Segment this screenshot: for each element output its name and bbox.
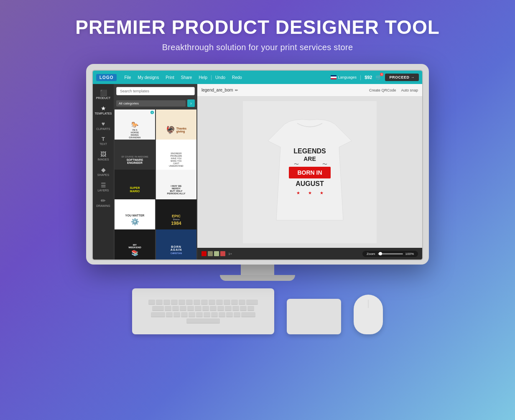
sidebar-label-cliparts: CLIPARTS: [96, 127, 110, 130]
key: [224, 300, 230, 305]
menu-file[interactable]: File: [121, 75, 134, 80]
zoom-thumb: [379, 252, 382, 255]
menu-redo[interactable]: Redo: [229, 75, 245, 80]
category-select[interactable]: All categories: [116, 100, 186, 107]
key: [241, 312, 255, 317]
swatch-olive[interactable]: [208, 251, 213, 256]
swatch-green[interactable]: [214, 251, 219, 256]
canvas-area: legend_are_born ✏ Create QRCode Auto sna…: [197, 84, 422, 260]
layers-icon: ☰: [101, 182, 106, 188]
key: [187, 306, 194, 311]
key: [239, 300, 245, 305]
menu-undo[interactable]: Undo: [212, 75, 229, 80]
key: [178, 300, 185, 305]
color-swatches: 1+: [201, 251, 232, 256]
search-input[interactable]: [116, 87, 195, 95]
hero-subtitle: Breakthrough solution for your print ser…: [162, 43, 353, 52]
key: [234, 312, 240, 317]
languages-label: Languages: [338, 75, 357, 79]
menu-share[interactable]: Share: [178, 75, 196, 80]
key: [181, 312, 188, 317]
sidebar-item-layers[interactable]: ☰ LAYERS: [93, 180, 114, 194]
sidebar-label-shapes: SHAPES: [97, 173, 109, 176]
topbar-menu: File My designs Print Share Help | Undo …: [121, 74, 331, 80]
svg-text:BORN IN: BORN IN: [297, 169, 322, 176]
key: [148, 300, 155, 305]
sidebar-item-text[interactable]: T TEXT: [93, 134, 114, 148]
key: [151, 312, 165, 317]
canvas-actions: Create QRCode Auto snap: [369, 88, 418, 92]
zoom-control: Zoom 100%: [362, 251, 418, 257]
template-myweekend[interactable]: MYWEEKEND 📚: [115, 229, 155, 260]
canvas-main: LEGENDS ARE 〜 〜 BORN IN: [197, 97, 422, 248]
trackpad[interactable]: [287, 299, 341, 334]
menu-print[interactable]: Print: [162, 75, 178, 80]
key: [156, 300, 163, 305]
swatch-darkred[interactable]: [220, 251, 225, 256]
templates-panel: All categories › 🐎 I'M AHORSERIDINGGRAND…: [114, 84, 197, 260]
key-row-3: [151, 312, 255, 317]
auto-snap-button[interactable]: Auto snap: [401, 88, 418, 92]
cart-icon[interactable]: 🛒 5: [375, 74, 382, 80]
category-arrow[interactable]: ›: [187, 99, 195, 107]
main-content: ⬛ PRODUCT ★ TEMPLATES ♥ CLIPARTS T TEXT: [93, 84, 422, 260]
key: [240, 306, 247, 311]
key: [152, 306, 164, 311]
key: [226, 312, 233, 317]
drawing-icon: ✏: [101, 198, 106, 204]
hero-title: PREMIER PRODUCT DESIGNER TOOL: [75, 16, 440, 38]
key: [231, 300, 238, 305]
design-name: legend_are_born ✏: [201, 88, 238, 92]
key: [189, 312, 195, 317]
templates-search-area: [114, 84, 197, 98]
menu-help[interactable]: Help: [195, 75, 211, 80]
key: [202, 306, 209, 311]
images-icon: 🖼: [100, 151, 106, 157]
template-bornagain[interactable]: BORNAGAIN CHRISTIAN: [156, 229, 196, 260]
key: [246, 300, 258, 305]
key: [163, 300, 170, 305]
templates-icon: ★: [101, 105, 106, 111]
logo-badge: LOGO: [96, 74, 117, 81]
key: [196, 312, 203, 317]
monitor-stand-base: [220, 275, 295, 281]
canvas-white-area[interactable]: LEGENDS ARE 〜 〜 BORN IN: [243, 101, 377, 243]
swatch-red[interactable]: [201, 251, 207, 256]
key: [194, 300, 200, 305]
app-topbar: LOGO File My designs Print Share Help | …: [93, 71, 422, 84]
sidebar-item-drawing[interactable]: ✏ DRAWING: [93, 195, 114, 210]
canvas-toolbar: legend_are_born ✏ Create QRCode Auto sna…: [197, 84, 422, 97]
proceed-button[interactable]: PROCEED →: [385, 74, 419, 81]
menu-mydesigns[interactable]: My designs: [135, 75, 163, 80]
key: [225, 306, 232, 311]
monitor-body: LOGO File My designs Print Share Help | …: [86, 64, 429, 265]
sidebar-label-images: IMAGES: [97, 158, 109, 161]
sidebar-item-images[interactable]: 🖼 IMAGES: [93, 149, 114, 163]
sidebar-item-templates[interactable]: ★ TEMPLATES: [93, 103, 114, 117]
design-name-text: legend_are_born: [201, 88, 233, 92]
monitor-mockup: LOGO File My designs Print Share Help | …: [69, 64, 446, 334]
svg-text:ARE: ARE: [303, 155, 316, 162]
sidebar-item-cliparts[interactable]: ♥ CLIPARTS: [93, 118, 114, 133]
key: [195, 306, 201, 311]
topbar-divider2: |: [360, 74, 361, 80]
spacebar: [186, 318, 220, 323]
category-bar: All categories ›: [114, 98, 197, 109]
desk-items: [69, 288, 446, 334]
edit-icon[interactable]: ✏: [235, 88, 238, 92]
sidebar-label-text: TEXT: [99, 143, 107, 145]
left-sidebar: ⬛ PRODUCT ★ TEMPLATES ♥ CLIPARTS T TEXT: [93, 84, 114, 260]
sidebar-label-layers: LAYERS: [97, 189, 109, 192]
sidebar-item-product[interactable]: ⬛ PRODUCT: [93, 87, 114, 102]
key: [172, 306, 179, 311]
sidebar-item-shapes[interactable]: ◆ SHAPES: [93, 164, 114, 179]
key: [232, 306, 239, 311]
create-qrcode-button[interactable]: Create QRCode: [369, 88, 396, 92]
language-button[interactable]: 🇬🇧 Languages: [331, 75, 357, 79]
key-row-2: [152, 306, 254, 311]
key: [186, 300, 193, 305]
zoom-slider[interactable]: [378, 253, 403, 255]
key: [166, 312, 173, 317]
monitor-screen: LOGO File My designs Print Share Help | …: [92, 70, 423, 260]
key: [180, 306, 186, 311]
